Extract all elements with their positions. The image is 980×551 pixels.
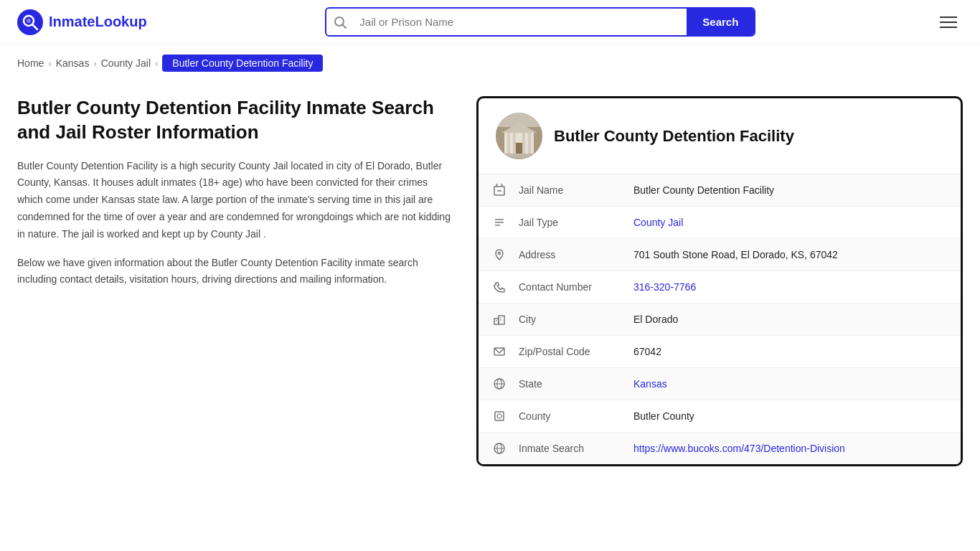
table-row: State Kansas [479,368,961,400]
location-icon [493,248,519,261]
city-label: City [519,314,633,325]
globe-icon [493,377,519,390]
county-label: County [519,410,633,422]
svg-rect-15 [516,143,522,154]
logo-icon [17,9,43,35]
breadcrumb-sep-3: › [155,58,158,69]
table-row: Address 701 South Stone Road, El Dorado,… [479,239,961,271]
menu-bar-1 [940,17,957,18]
facility-image [496,113,542,159]
card-facility-name: Butler County Detention Facility [554,127,794,146]
info-card: Butler County Detention Facility Jail Na… [476,96,963,466]
inmate-search-label: Inmate Search [519,443,633,454]
breadcrumb-current: Butler County Detention Facility [162,55,323,72]
svg-point-4 [335,17,344,26]
inmate-search-link[interactable]: https://www.bucoks.com/473/Detention-Div… [633,443,845,454]
table-row: County Butler County [479,400,961,433]
state-value: Kansas [633,378,946,390]
search-wrapper: Search [325,7,755,37]
county-icon [493,410,519,423]
breadcrumb-sep-2: › [93,58,96,69]
logo-link[interactable]: InmateLookup [17,9,147,35]
breadcrumb-home[interactable]: Home [17,57,44,69]
county-value: Butler County [633,410,946,422]
menu-bar-2 [940,22,957,23]
description-2: Below we have given information about th… [17,255,453,289]
contact-number-value: 316-320-7766 [633,281,946,293]
search-icon-wrap [326,16,354,29]
jail-name-label: Jail Name [519,184,633,196]
main-content: Butler County Detention Facility Inmate … [0,82,980,481]
phone-link[interactable]: 316-320-7766 [633,281,696,293]
svg-rect-13 [528,133,531,154]
table-row: City El Dorado [479,303,961,336]
address-label: Address [519,249,633,260]
svg-line-5 [343,25,346,28]
description-1: Butler County Detention Facility is a hi… [17,158,453,243]
search-icon [334,16,347,29]
breadcrumb-kansas[interactable]: Kansas [56,57,90,69]
hamburger-menu-button[interactable] [934,11,963,34]
left-panel: Butler County Detention Facility Inmate … [17,96,476,466]
info-table: Jail Name Butler County Detention Facili… [479,174,961,464]
svg-rect-33 [495,412,504,420]
page-title: Butler County Detention Facility Inmate … [17,96,453,145]
contact-number-label: Contact Number [519,281,633,293]
search-area: Search [325,7,755,37]
table-row: Inmate Search https://www.bucoks.com/473… [479,433,961,464]
svg-point-3 [27,19,31,23]
breadcrumb-sep-1: › [48,58,51,69]
svg-rect-10 [507,133,510,154]
search-button[interactable]: Search [687,9,754,35]
svg-rect-16 [502,154,536,156]
inmate-search-value: https://www.bucoks.com/473/Detention-Div… [633,443,946,454]
breadcrumb-county-jail[interactable]: County Jail [101,57,151,69]
zip-value: 67042 [633,346,946,357]
logo-text: InmateLookup [49,14,147,30]
jail-icon [493,184,519,197]
svg-rect-11 [513,133,516,154]
jail-name-value: Butler County Detention Facility [633,184,946,196]
facility-avatar [496,113,542,159]
header: InmateLookup Search [0,0,980,44]
svg-rect-24 [494,319,499,324]
svg-rect-12 [522,133,525,154]
jail-type-label: Jail Type [519,217,633,228]
city-icon [493,313,519,326]
jail-type-value: County Jail [633,217,946,228]
table-row: Zip/Postal Code 67042 [479,336,961,368]
right-panel: Butler County Detention Facility Jail Na… [476,96,963,466]
phone-icon [493,281,519,293]
zip-label: Zip/Postal Code [519,346,633,357]
svg-point-34 [497,414,501,418]
svg-rect-17 [500,156,538,159]
mail-icon [493,345,519,358]
table-row: Contact Number 316-320-7766 [479,271,961,303]
breadcrumb: Home › Kansas › County Jail › Butler Cou… [0,44,980,82]
table-row: Jail Name Butler County Detention Facili… [479,174,961,207]
search-web-icon [493,442,519,455]
address-value: 701 South Stone Road, El Dorado, KS, 670… [633,249,946,260]
card-header: Butler County Detention Facility [479,98,961,174]
list-icon [493,216,519,229]
table-row: Jail Type County Jail [479,207,961,239]
svg-point-23 [499,253,501,255]
city-value: El Dorado [633,314,946,325]
search-input[interactable] [354,9,687,35]
state-link[interactable]: Kansas [633,378,667,390]
state-label: State [519,378,633,390]
menu-bar-3 [940,27,957,28]
jail-type-link[interactable]: County Jail [633,217,683,228]
